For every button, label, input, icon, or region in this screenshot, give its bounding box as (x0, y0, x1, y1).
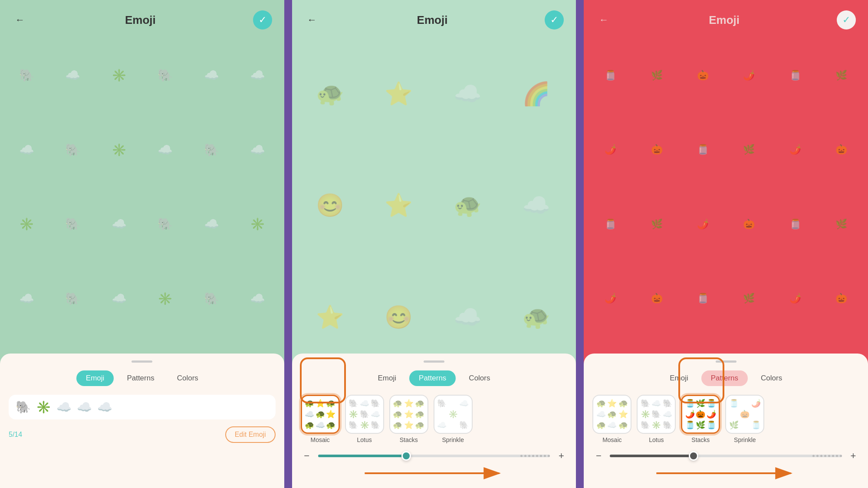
pattern-thumb-lotus-3: 🐘☁️🐘 ✳️🐘☁️ 🐘✳️🐘 (637, 395, 676, 434)
pattern-label-sprinkle-3: Sprinkle (734, 436, 756, 443)
bg-emoji: ☁️ (5, 263, 48, 334)
tab-colors-3[interactable]: Colors (751, 370, 792, 386)
slider-track-2[interactable] (318, 455, 550, 457)
emoji-picker-1: 🐘 ✳️ ☁️ ☁️ ☁️ (9, 395, 276, 419)
tab-emoji-3[interactable]: Emoji (660, 370, 698, 386)
divider-2 (576, 0, 584, 488)
bg-emoji: ☁️ (98, 189, 140, 260)
bg-emoji: ☁️ (236, 115, 279, 186)
bg-emoji: 🫙 (681, 115, 724, 186)
bg-emoji: 🌈 (503, 39, 570, 149)
top-bar-2: ← Emoji ✓ (292, 0, 576, 35)
bg-emoji: 🎃 (635, 263, 678, 334)
bg-emoji: 🎃 (820, 115, 863, 186)
bg-emoji: 🌿 (820, 189, 863, 260)
picker-emoji-2[interactable]: ✳️ (36, 400, 51, 414)
pattern-sprinkle-2[interactable]: 🐘 ☁️ ✳️ ☁️ 🐘 Sprinkle (434, 395, 473, 443)
picker-emoji-4[interactable]: ☁️ (77, 400, 92, 414)
bg-emoji: 🐘 (190, 115, 233, 186)
orange-arrow-2 (305, 465, 563, 482)
top-bar-1: ← Emoji ✓ (0, 0, 284, 35)
pattern-grid-2: 🐢⭐🐢 ☁️🐢⭐ 🐢☁️🐢 Mosaic 🐘☁️🐘 ✳️🐘☁️ 🐘✳️🐘 Lot (301, 395, 568, 443)
bg-emoji: ☁️ (236, 40, 279, 111)
slider-thumb-2[interactable] (401, 451, 411, 461)
bg-emoji: 🎃 (820, 263, 863, 334)
tab-emoji-2[interactable]: Emoji (368, 370, 406, 386)
confirm-button-2[interactable]: ✓ (545, 10, 564, 29)
bg-emoji: 🎃 (728, 189, 770, 260)
check-icon-1: ✓ (259, 14, 266, 26)
pattern-stacks-3[interactable]: 🫙🌿🫙 🌶️🎃🌶️ 🫙🌿🫙 Stacks (681, 395, 720, 443)
bg-emoji: 🐢 (296, 39, 364, 149)
bg-emoji: 🌿 (635, 189, 678, 260)
tab-colors-2[interactable]: Colors (459, 370, 500, 386)
pattern-thumb-mosaic-2: 🐢⭐🐢 ☁️🐢⭐ 🐢☁️🐢 (301, 395, 340, 434)
tab-patterns-3[interactable]: Patterns (701, 370, 748, 386)
slider-fill-3 (610, 455, 698, 457)
divider-1 (284, 0, 292, 488)
pattern-label-lotus-2: Lotus (357, 436, 372, 443)
bg-emoji: 🌿 (728, 263, 770, 334)
top-bar-3: ← Emoji ✓ (584, 0, 868, 35)
pattern-lotus-2[interactable]: 🐘☁️🐘 ✳️🐘☁️ 🐘✳️🐘 Lotus (345, 395, 384, 443)
picker-emoji-5[interactable]: ☁️ (97, 400, 112, 414)
tab-colors-1[interactable]: Colors (168, 370, 208, 386)
back-button-1[interactable]: ← (12, 12, 28, 28)
picker-emoji-1[interactable]: 🐘 (16, 400, 31, 414)
panel-1-title: Emoji (125, 13, 156, 27)
pattern-lotus-3[interactable]: 🐘☁️🐘 ✳️🐘☁️ 🐘✳️🐘 Lotus (637, 395, 676, 443)
slider-plus-2[interactable]: + (555, 450, 567, 462)
bg-emoji: ☁️ (503, 151, 570, 260)
picker-emoji-3[interactable]: ☁️ (56, 400, 72, 414)
bg-emoji: ☁️ (5, 115, 48, 186)
pattern-thumb-sprinkle-3: 🫙 🌶️ 🎃 🌿 🫙 (725, 395, 764, 434)
bg-emoji: ✳️ (144, 263, 186, 334)
back-button-2[interactable]: ← (304, 12, 320, 28)
bg-emoji: 🌶️ (774, 115, 816, 186)
back-button-3[interactable]: ← (596, 12, 612, 28)
pattern-thumb-stacks-3: 🫙🌿🫙 🌶️🎃🌶️ 🫙🌿🫙 (681, 395, 720, 434)
pattern-thumb-lotus-2: 🐘☁️🐘 ✳️🐘☁️ 🐘✳️🐘 (345, 395, 384, 434)
bg-emoji: 🎃 (681, 40, 724, 111)
pattern-label-stacks-2: Stacks (400, 436, 418, 443)
tab-bar-2: Emoji Patterns Colors (301, 370, 568, 386)
bg-emoji: ☁️ (51, 40, 94, 111)
pattern-sprinkle-3[interactable]: 🫙 🌶️ 🎃 🌿 🫙 Sprinkle (725, 395, 764, 443)
bg-emoji: ⭐ (365, 151, 432, 260)
slider-plus-3[interactable]: + (847, 450, 859, 462)
panel-3-title: Emoji (709, 13, 740, 27)
emoji-count: 5/14 (9, 431, 22, 439)
pattern-thumb-stacks-2: 🐢⭐🐢 🐢⭐🐢 🐢⭐🐢 (389, 395, 428, 434)
sheet-handle-1 (132, 360, 152, 363)
slider-thumb-3[interactable] (689, 451, 698, 461)
slider-track-3[interactable] (610, 455, 842, 457)
tab-emoji-1[interactable]: Emoji (76, 370, 114, 386)
bg-emoji: ☁️ (190, 40, 233, 111)
slider-fill-2 (318, 455, 411, 457)
pattern-stacks-2[interactable]: 🐢⭐🐢 🐢⭐🐢 🐢⭐🐢 Stacks (389, 395, 428, 443)
bg-emoji: 🐘 (190, 263, 233, 334)
bg-emoji: ☁️ (434, 39, 501, 149)
slider-row-3: − + (592, 450, 859, 462)
edit-emoji-button[interactable]: Edit Emoji (225, 426, 276, 443)
tab-patterns-2[interactable]: Patterns (409, 370, 456, 386)
bg-emoji: 🌶️ (728, 40, 770, 111)
panel-3: ← Emoji ✓ 🫙 🌿 🎃 🌶️ 🫙 🌿 🌶️ 🎃 🫙 🌿 🌶️ 🎃 🫙 🌿… (584, 0, 868, 488)
bg-emoji: ✳️ (98, 115, 140, 186)
pattern-thumb-mosaic-3: 🐢⭐🐢 ☁️🐢⭐ 🐢☁️🐢 (592, 395, 631, 434)
bg-emoji: ☁️ (190, 189, 233, 260)
bg-emoji: ⭐ (365, 39, 432, 149)
slider-minus-3[interactable]: − (592, 450, 605, 462)
bg-emoji: 🌿 (820, 40, 863, 111)
bg-emoji: ☁️ (236, 263, 279, 334)
pattern-mosaic-3[interactable]: 🐢⭐🐢 ☁️🐢⭐ 🐢☁️🐢 Mosaic (592, 395, 631, 443)
bg-emoji: 😊 (296, 151, 364, 260)
confirm-button-3[interactable]: ✓ (837, 10, 856, 29)
bg-emoji: 🐘 (144, 40, 186, 111)
slider-minus-2[interactable]: − (301, 450, 313, 462)
pattern-mosaic-2[interactable]: 🐢⭐🐢 ☁️🐢⭐ 🐢☁️🐢 Mosaic (301, 395, 340, 443)
tab-patterns-1[interactable]: Patterns (117, 370, 164, 386)
pattern-label-sprinkle-2: Sprinkle (442, 436, 464, 443)
confirm-button-1[interactable]: ✓ (253, 10, 272, 29)
bg-emoji: 🐘 (144, 189, 186, 260)
